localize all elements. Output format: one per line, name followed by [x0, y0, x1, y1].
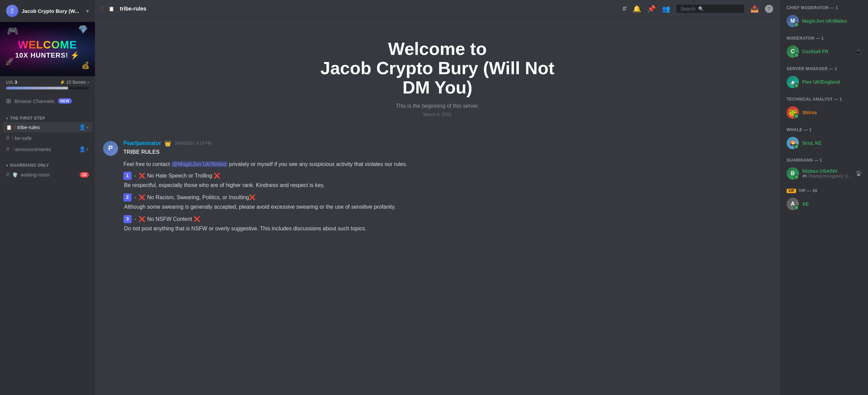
- member-info-flex: Flex UK/England: [802, 79, 861, 85]
- hashtag-icon[interactable]: #: [623, 4, 627, 13]
- member-item-magicjon[interactable]: M MagicJon UK/Wales: [784, 13, 864, 29]
- rule-separator: -: [134, 215, 136, 223]
- unread-badge: 10: [80, 172, 89, 178]
- member-avatar-magicjon: M: [787, 15, 799, 27]
- member-avatar-ae: A: [787, 198, 799, 210]
- channel-item-waiting-room[interactable]: # 🛡️ waiting-room 10: [3, 169, 92, 180]
- rule-header-1: 1 - ❌ No Hate Speech or Trolling ❌: [123, 172, 772, 180]
- members-icon[interactable]: 👥: [662, 5, 670, 13]
- search-box[interactable]: Search 🔍: [676, 5, 744, 13]
- member-item-scul[interactable]: 🌄 ScuL NZ: [784, 135, 864, 151]
- member-info-scul: ScuL NZ: [802, 140, 861, 146]
- member-section-guardians: GUARDIANS — 1 B blizken USA/NV 🎮 Playing…: [784, 158, 864, 182]
- section-title-chief-moderator: CHIEF MODERATOR — 1: [784, 5, 864, 10]
- message-author[interactable]: Pearljaminator: [123, 140, 161, 146]
- member-info-shirus: Shirus: [802, 110, 861, 115]
- member-section-moderator: MODERATOR — 1 C Cocktail FR 📱: [784, 36, 864, 60]
- boost-icon: ⚡: [60, 80, 65, 85]
- channel-announce-icon: !: [102, 6, 103, 12]
- server-name: Jacob Crypto Bury (W...: [22, 8, 83, 14]
- vip-badge: VIP: [787, 189, 796, 193]
- member-name-ae: AE: [802, 201, 861, 207]
- server-header[interactable]: ₿ Jacob Crypto Bury (W... ▾: [0, 0, 95, 22]
- banner-tagline: 10X HUNTERS! ⚡: [15, 51, 80, 60]
- rule-desc-3: Do not post anything that is NSFW or ove…: [123, 225, 772, 233]
- right-sidebar: CHIEF MODERATOR — 1 M MagicJon UK/Wales …: [780, 0, 868, 395]
- member-item-cocktail[interactable]: C Cocktail FR 📱: [784, 43, 864, 60]
- rule-title-2: ❌ No Racism, Swearing, Politics, or Insu…: [139, 193, 256, 202]
- member-item-shirus[interactable]: 🐸 Shirus: [784, 104, 864, 121]
- add-user-icon[interactable]: 👤+: [79, 124, 89, 130]
- section-first-step: ▾ THE FIRST STEP 📋 ! tribe-rules 👤+ # ! …: [0, 109, 95, 156]
- level-progress-fill: [6, 87, 68, 89]
- rule-separator: -: [134, 193, 136, 202]
- member-section-chief-moderator: CHIEF MODERATOR — 1 M MagicJon UK/Wales: [784, 5, 864, 29]
- notification-mute-icon[interactable]: 🔔: [633, 5, 641, 13]
- member-name-shirus: Shirus: [802, 110, 861, 115]
- tribe-rules-title: TRIBE RULES: [123, 148, 772, 156]
- member-item-blizken[interactable]: B blizken USA/NV 🎮 Playing Insurgency: S…: [784, 165, 864, 182]
- inbox-icon[interactable]: 📥: [750, 5, 759, 13]
- mention-link[interactable]: @MagicJon UK/Wales: [171, 161, 228, 167]
- welcome-date: March 4, 2021: [163, 112, 712, 117]
- member-status-blizken: 🎮 Playing Insurgency: Sands...: [802, 174, 853, 179]
- rule-header-2: 2 - ❌ No Racism, Swearing, Politics, or …: [123, 193, 772, 202]
- welcome-header: Welcome to Jacob Crypto Bury (Will Not D…: [95, 26, 780, 131]
- channel-item-announcements[interactable]: # ! announcements 👤+: [3, 144, 92, 155]
- section-title-guardians: GUARDIANS — 1: [784, 158, 864, 163]
- pin-icon[interactable]: 📌: [647, 5, 656, 13]
- section-header-first-step[interactable]: ▾ THE FIRST STEP: [3, 115, 92, 122]
- member-section-vip: VIP VIP — 26 A AE: [784, 188, 864, 212]
- search-icon: 🔍: [698, 6, 704, 12]
- game-icon: 🎮: [802, 174, 807, 179]
- member-section-whale: WHALE — 1 🌄 ScuL NZ: [784, 127, 864, 151]
- rule-item-2: 2 - ❌ No Racism, Swearing, Politics, or …: [123, 193, 772, 211]
- rule-header-3: 3 - ❌ No NSFW Content ❌: [123, 215, 772, 223]
- crown-icon: 👑: [164, 140, 171, 147]
- channel-prefix: !: [12, 147, 14, 152]
- welcome-title: Welcome to Jacob Crypto Bury (Will Not D…: [163, 39, 712, 98]
- member-name-flex: Flex UK/England: [802, 79, 861, 85]
- channel-item-tribe-rules[interactable]: 📋 ! tribe-rules 👤+: [3, 122, 92, 132]
- rule-item-1: 1 - ❌ No Hate Speech or Trolling ❌ Be re…: [123, 172, 772, 189]
- top-bar: ! 📋 tribe-rules # 🔔 📌 👥 Search 🔍 📥 ?: [95, 0, 780, 18]
- section-header-guardians[interactable]: ▾ GUARDIANS ONLY: [3, 162, 92, 169]
- rule-title-1: ❌ No Hate Speech or Trolling ❌: [139, 172, 220, 180]
- channel-hash-icon: #: [6, 134, 9, 142]
- grid-icon: ⊞: [6, 97, 11, 105]
- member-avatar-scul: 🌄: [787, 137, 799, 149]
- member-item-ae[interactable]: A AE: [784, 196, 864, 212]
- browse-channels-label: Browse Channels: [15, 98, 55, 104]
- member-item-flex[interactable]: 🏔️ Flex UK/England: [784, 74, 864, 90]
- rule-desc-1: Be respectful, especially those who are …: [123, 181, 772, 189]
- rule-number-3: 3: [123, 215, 132, 223]
- chevron-right-icon: ›: [87, 80, 89, 85]
- member-name-cocktail: Cocktail FR: [802, 49, 852, 54]
- game-controller-icon: 🖥️: [856, 171, 861, 176]
- member-section-server-manager: SERVER MANAGER — 1 🏔️ Flex UK/England: [784, 66, 864, 90]
- rule-desc-2: Although some swearing is generally acce…: [123, 203, 772, 211]
- new-badge: NEW: [58, 98, 72, 104]
- channel-item-be-safe[interactable]: # ! be-safe: [3, 132, 92, 144]
- section-guardians: ▾ GUARDIANS ONLY # 🛡️ waiting-room 10: [0, 156, 95, 182]
- member-avatar-blizken: B: [787, 167, 799, 180]
- channel-name-be-safe: be-safe: [15, 135, 89, 141]
- member-info-blizken: blizken USA/NV 🎮 Playing Insurgency: San…: [802, 168, 853, 179]
- banner-welcome-text: WELCOME: [18, 39, 77, 51]
- message-avatar: P: [103, 141, 118, 156]
- level-progress-bar: [6, 87, 89, 89]
- member-avatar-cocktail: C: [787, 45, 799, 58]
- chevron-icon: ▾: [6, 117, 8, 120]
- member-info-ae: AE: [802, 201, 861, 207]
- channel-header-name: tribe-rules: [120, 6, 617, 12]
- channel-prefix: !: [15, 125, 16, 130]
- help-icon[interactable]: ?: [765, 5, 773, 13]
- top-bar-actions: # 🔔 📌 👥 Search 🔍 📥 ?: [623, 4, 773, 13]
- add-user-icon[interactable]: 👤+: [79, 146, 89, 152]
- boosts-link[interactable]: ⚡ 15 Boosts ›: [60, 80, 89, 85]
- server-level: LVL 3 ⚡ 15 Boosts ›: [0, 76, 95, 93]
- browse-channels[interactable]: ⊞ Browse Channels NEW: [0, 93, 95, 109]
- member-info-magicjon: MagicJon UK/Wales: [802, 18, 861, 24]
- message-body: Pearljaminator 👑 03/04/2021 4:19 PM TRIB…: [123, 140, 772, 237]
- member-avatar-shirus: 🐸: [787, 106, 799, 119]
